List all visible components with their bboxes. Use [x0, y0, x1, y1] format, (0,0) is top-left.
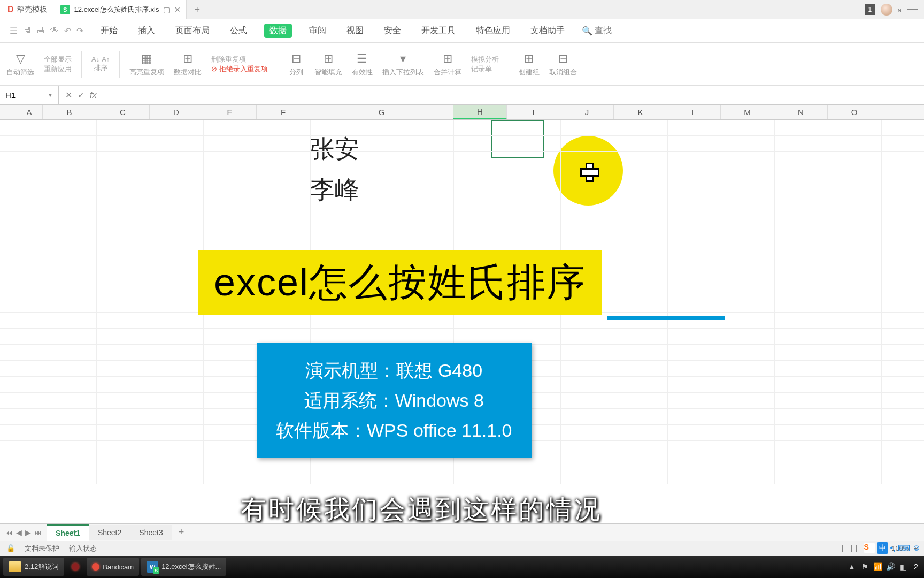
sheet-tab-1[interactable]: Sheet1	[47, 524, 89, 541]
ribbon-split[interactable]: ⊟ 分列	[288, 51, 305, 77]
sheet-nav-first-icon[interactable]: ⏮	[5, 528, 13, 537]
popout-icon[interactable]: ▢	[163, 5, 170, 14]
sort-desc-icon[interactable]: A↑	[102, 55, 110, 63]
ribbon-smartfill[interactable]: ⊞ 智能填充	[314, 51, 342, 77]
colhead-j[interactable]: J	[560, 105, 614, 119]
colhead-g[interactable]: G	[310, 105, 453, 119]
sheet-tab-2[interactable]: Sheet2	[89, 525, 130, 540]
fx-label[interactable]: fx	[90, 90, 96, 100]
colhead-a[interactable]: A	[16, 105, 43, 119]
colhead-c[interactable]: C	[96, 105, 150, 119]
quick-access: ☰ 🖫 🖶 👁 ↶ ↷	[10, 26, 83, 36]
menu-layout[interactable]: 页面布局	[172, 24, 213, 38]
ribbon-showall[interactable]: 全部显示	[44, 55, 72, 64]
sheet-nav-next-icon[interactable]: ▶	[25, 528, 31, 537]
cell-reference-box[interactable]: H1 ▼	[0, 86, 59, 105]
colhead-e[interactable]: E	[203, 105, 257, 119]
menu-formula[interactable]: 公式	[227, 24, 250, 38]
menubar: ☰ 🖫 🖶 👁 ↶ ↷ 开始 插入 页面布局 公式 数据 审阅 视图 安全 开发…	[0, 19, 924, 43]
menu-review[interactable]: 审阅	[306, 24, 329, 38]
ribbon-record[interactable]: 记录单	[471, 64, 499, 74]
user-label: a	[898, 6, 902, 14]
menu-hamburger-icon[interactable]: ☰	[10, 26, 17, 36]
filter-icon[interactable]: ▽	[12, 51, 29, 66]
menu-dochelper[interactable]: 文档助手	[527, 24, 568, 38]
tray-up-icon[interactable]: ▲	[847, 562, 857, 572]
colhead-i[interactable]: I	[507, 105, 560, 119]
ribbon-autofilter[interactable]: 自动筛选	[6, 67, 34, 77]
menu-view[interactable]: 视图	[343, 24, 367, 38]
ime-keyboard-icon[interactable]: ⌨	[898, 543, 910, 553]
ime-punct-icon[interactable]: •,	[890, 543, 896, 553]
fx-cancel-icon[interactable]: ✕	[65, 90, 72, 100]
highlight-icon: ▦	[138, 51, 156, 66]
colhead-l[interactable]: L	[667, 105, 721, 119]
close-tab-icon[interactable]: ✕	[174, 5, 181, 14]
colhead-f[interactable]: F	[257, 105, 310, 119]
lock-icon[interactable]: 🔓	[6, 544, 15, 552]
notification-badge[interactable]: 1	[865, 4, 875, 15]
menu-devtools[interactable]: 开发工具	[418, 24, 459, 38]
colhead-n[interactable]: N	[774, 105, 828, 119]
sheet-nav: ⏮ ◀ ▶ ⏭	[0, 528, 47, 537]
colhead-b[interactable]: B	[43, 105, 96, 119]
qa-print-icon[interactable]: 🖶	[36, 26, 45, 36]
ribbon-validity[interactable]: ☰ 有效性	[352, 51, 373, 77]
colhead-d[interactable]: D	[150, 105, 203, 119]
ribbon-whatif[interactable]: 模拟分析	[471, 55, 499, 64]
menu-security[interactable]: 安全	[381, 24, 404, 38]
menu-data[interactable]: 数据	[264, 24, 292, 38]
qa-undo-icon[interactable]: ↶	[64, 26, 71, 36]
tray-clock[interactable]: 2	[911, 562, 921, 572]
ribbon-rejectdup[interactable]: ⊘ 拒绝录入重复项	[211, 64, 268, 74]
ribbon-sort-group: A↓ A↑ 排序	[91, 55, 110, 73]
ribbon-group-create[interactable]: ⊞ 创建组	[519, 51, 540, 77]
menu-start[interactable]: 开始	[97, 24, 121, 38]
qa-redo-icon[interactable]: ↷	[76, 26, 83, 36]
qa-preview-icon[interactable]: 👁	[50, 26, 59, 36]
user-avatar[interactable]	[881, 4, 892, 16]
colhead-o[interactable]: O	[828, 105, 881, 119]
task-wps[interactable]: W 12.excel怎么按姓...	[141, 558, 226, 576]
ribbon-data-compare[interactable]: ⊞ 数据对比	[174, 51, 202, 77]
sheet-tab-3[interactable]: Sheet3	[130, 525, 172, 540]
colhead-k[interactable]: K	[614, 105, 667, 119]
ribbon-dropdown[interactable]: ▾ 插入下拉列表	[382, 51, 424, 77]
add-tab-button[interactable]: +	[187, 4, 207, 16]
tray-volume-icon[interactable]: 🔊	[886, 562, 895, 572]
tray-network-icon[interactable]: 📶	[873, 562, 882, 572]
colhead-h[interactable]: H	[453, 105, 507, 119]
select-all-corner[interactable]	[0, 105, 16, 119]
fx-confirm-icon[interactable]: ✓	[78, 90, 84, 100]
task-explorer[interactable]: 2.12解说词	[3, 558, 64, 576]
task-rec1[interactable]	[66, 558, 84, 576]
ribbon-filter-extra: 全部显示 重新应用	[44, 55, 72, 74]
menu-insert[interactable]: 插入	[135, 24, 158, 38]
sort-asc-icon[interactable]: A↓	[91, 55, 99, 63]
ribbon-group-cancel[interactable]: ⊟ 取消组合	[549, 51, 577, 77]
ime-emoji-icon[interactable]: ☺	[912, 543, 921, 553]
task-bandicam[interactable]: Bandicam	[87, 558, 139, 576]
menu-special[interactable]: 特色应用	[473, 24, 513, 38]
ribbon-consolidate[interactable]: ⊞ 合并计算	[434, 51, 461, 77]
minimize-icon[interactable]	[907, 9, 918, 10]
ribbon-highlight-dup[interactable]: ▦ 高亮重复项	[129, 51, 164, 77]
ime-lang[interactable]: 中	[877, 542, 888, 554]
sheet-nav-prev-icon[interactable]: ◀	[16, 528, 22, 537]
ribbon-deldup[interactable]: 删除重复项	[211, 55, 268, 64]
view-normal-icon[interactable]	[842, 545, 852, 552]
ribbon-reapply[interactable]: 重新应用	[44, 64, 72, 74]
add-sheet-button[interactable]: +	[172, 527, 191, 538]
colhead-m[interactable]: M	[721, 105, 774, 119]
cellref-dropdown-icon[interactable]: ▼	[48, 92, 53, 98]
sogou-icon[interactable]: S	[864, 543, 875, 553]
title-underline	[607, 316, 725, 320]
tab-template[interactable]: D 稻壳模板	[0, 0, 55, 19]
menu-search[interactable]: 🔍 查找	[582, 25, 612, 36]
qa-save-icon[interactable]: 🖫	[22, 26, 31, 36]
tray-app-icon[interactable]: ◧	[898, 562, 908, 572]
ribbon-sort[interactable]: 排序	[91, 63, 110, 73]
tab-current-file[interactable]: S 12.excel怎么按姓氏排序.xls ▢ ✕	[55, 0, 187, 19]
sheet-nav-last-icon[interactable]: ⏭	[34, 528, 42, 537]
tray-flag-icon[interactable]: ⚑	[860, 562, 869, 572]
